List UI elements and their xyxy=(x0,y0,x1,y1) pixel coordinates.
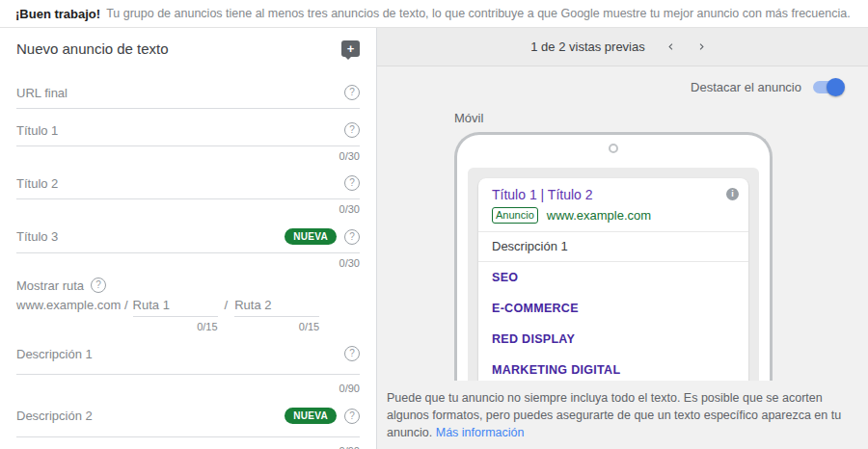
headline3-field: NUEVA ? 0/30 xyxy=(16,224,360,269)
banner-text: Tu grupo de anuncios tiene al menos tres… xyxy=(106,7,851,20)
form-title: Nuevo anuncio de texto xyxy=(16,40,169,57)
headline2-row: ? xyxy=(16,171,360,199)
final-url-input[interactable] xyxy=(16,86,337,100)
base-url-text: www.example.com / xyxy=(16,295,128,312)
headline2-input[interactable] xyxy=(16,176,337,191)
description1-row: ? xyxy=(16,341,360,375)
path1-box: 0/15 xyxy=(133,295,218,332)
add-comment-icon[interactable]: + xyxy=(341,40,360,57)
display-path-inputs: www.example.com / 0/15 / 0/15 xyxy=(16,295,360,332)
next-preview-button[interactable] xyxy=(690,35,715,60)
description1-counter: 0/90 xyxy=(16,375,360,394)
headline2-field: ? 0/30 xyxy=(16,171,360,215)
success-banner: ¡Buen trabajo! Tu grupo de anuncios tien… xyxy=(0,0,868,28)
sitelink: MARKETING DIGITAL xyxy=(478,355,748,381)
headline3-counter: 0/30 xyxy=(16,253,360,269)
preview-pager: 1 de 2 vistas previas xyxy=(377,28,868,66)
path1-counter: 0/15 xyxy=(133,317,218,332)
sitelink: E-COMMERCE xyxy=(478,293,748,324)
info-icon[interactable]: i xyxy=(726,188,739,200)
banner-title: ¡Buen trabajo! xyxy=(15,7,100,21)
chevron-left-icon xyxy=(665,40,677,53)
help-icon[interactable]: ? xyxy=(344,85,360,100)
chevron-right-icon xyxy=(695,40,708,53)
sitelink: SEO xyxy=(478,262,748,293)
description1-input[interactable] xyxy=(16,347,337,361)
description2-field: NUEVA ? 0/90 xyxy=(16,403,360,449)
path2-input[interactable] xyxy=(234,298,319,312)
new-text-ad-form: Nuevo anuncio de texto + ? ? 0/30 ? 0/30 xyxy=(0,28,377,449)
headline1-input[interactable] xyxy=(16,123,337,138)
ad-preview-card: Título 1 | Título 2 i Anuncio www.exampl… xyxy=(478,178,748,381)
preview-body: Destacar el anuncio Móvil Título 1 | Tít… xyxy=(377,66,868,449)
help-icon[interactable]: ? xyxy=(344,229,360,245)
headline2-counter: 0/30 xyxy=(16,199,360,215)
final-url-row: ? xyxy=(16,80,360,109)
path2-row xyxy=(234,295,319,317)
ad-description: Descripción 1 xyxy=(478,232,748,262)
path1-input[interactable] xyxy=(133,298,218,312)
phone-camera-icon xyxy=(609,144,618,153)
description1-field: ? 0/90 xyxy=(16,341,360,394)
ad-preview-panel: 1 de 2 vistas previas Destacar el anunci… xyxy=(377,28,868,449)
preview-pager-text: 1 de 2 vistas previas xyxy=(530,40,645,54)
more-info-link[interactable]: Más información xyxy=(436,426,525,439)
new-badge: NUEVA xyxy=(285,228,337,245)
path1-row xyxy=(133,295,218,317)
headline3-input[interactable] xyxy=(16,229,277,244)
help-icon[interactable]: ? xyxy=(344,409,360,424)
form-header: Nuevo anuncio de texto + xyxy=(16,28,360,59)
final-url-field: ? xyxy=(16,80,360,109)
description2-counter: 0/90 xyxy=(16,437,360,449)
help-icon[interactable]: ? xyxy=(344,346,360,361)
highlight-ad-toggle[interactable] xyxy=(813,81,843,93)
ad-url-row: Anuncio www.example.com xyxy=(478,202,748,232)
highlight-ad-label: Destacar el anuncio xyxy=(691,80,801,94)
plus-glyph: + xyxy=(347,42,355,55)
highlight-ad-row: Destacar el anuncio xyxy=(387,80,858,94)
path2-counter: 0/15 xyxy=(234,317,319,332)
device-label: Móvil xyxy=(454,111,858,125)
phone-screen: Título 1 | Título 2 i Anuncio www.exampl… xyxy=(468,168,759,381)
headline3-row: NUEVA ? xyxy=(16,224,360,253)
ad-editor: Nuevo anuncio de texto + ? ? 0/30 ? 0/30 xyxy=(0,28,868,449)
path-separator: / xyxy=(225,295,229,312)
help-icon[interactable]: ? xyxy=(91,277,106,293)
sitelink: RED DISPLAY xyxy=(478,324,748,355)
path2-box: 0/15 xyxy=(234,295,319,332)
ad-title: Título 1 | Título 2 xyxy=(492,187,593,202)
previous-preview-button[interactable] xyxy=(659,35,684,60)
description2-input[interactable] xyxy=(16,409,277,423)
help-icon[interactable]: ? xyxy=(344,175,360,191)
new-badge: NUEVA xyxy=(285,408,337,424)
headline1-field: ? 0/30 xyxy=(16,118,360,162)
display-path-label: Mostrar ruta xyxy=(16,278,84,293)
preview-disclaimer: Puede que tu anuncio no siempre incluya … xyxy=(387,389,858,441)
display-path-label-row: Mostrar ruta ? xyxy=(16,275,360,295)
mobile-phone-mockup: Título 1 | Título 2 i Anuncio www.exampl… xyxy=(454,132,773,381)
ad-header: Título 1 | Título 2 i xyxy=(478,178,748,202)
help-icon[interactable]: ? xyxy=(344,122,360,138)
headline1-counter: 0/30 xyxy=(16,146,360,162)
ad-badge: Anuncio xyxy=(492,207,538,224)
headline1-row: ? xyxy=(16,118,360,146)
description2-row: NUEVA ? xyxy=(16,403,360,437)
toggle-thumb xyxy=(827,78,845,96)
ad-display-url: www.example.com xyxy=(547,208,651,223)
display-path-field: Mostrar ruta ? www.example.com / 0/15 / … xyxy=(16,275,360,332)
